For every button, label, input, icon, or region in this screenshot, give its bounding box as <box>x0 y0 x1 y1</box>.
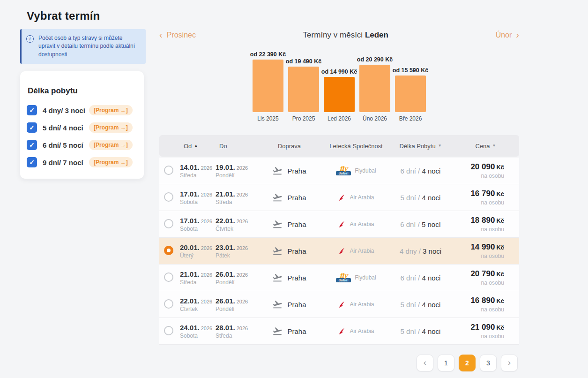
departure-city: Praha <box>287 167 306 175</box>
departure-row-selected[interactable]: 20.01.2026 Úterý 23.01.2026 Pátek Praha … <box>159 238 519 265</box>
to-weekday: Středa <box>216 199 255 205</box>
checkbox-checked-icon[interactable]: ✓ <box>27 122 37 133</box>
page-button-3[interactable]: 3 <box>480 355 497 371</box>
from-date: 20.01. <box>180 243 200 251</box>
to-date: 28.01. <box>216 324 235 332</box>
per-person-label: na osobu <box>452 306 504 313</box>
airline-name: Air Arabia <box>350 328 374 334</box>
to-weekday: Čtvrtek <box>216 226 255 232</box>
duration-nights: 4 noci <box>422 274 440 282</box>
departure-row[interactable]: 22.01.2026 Čtvrtek 26.01.2026 Pondělí Pr… <box>159 291 519 318</box>
prev-month-label: Prosinec <box>167 31 196 39</box>
bar-price-label: od 15 590 Kč <box>393 67 428 74</box>
column-header-delka-pobytu[interactable]: Délka Pobytu ▼ <box>389 143 452 150</box>
select-term-radio[interactable] <box>164 246 173 255</box>
airline-name: Flydubai <box>355 274 376 281</box>
airline-name: Air Arabia <box>350 248 374 254</box>
chart-bar-group: od 15 590 Kč Bře 2026 <box>395 67 426 122</box>
duration-days: 5 dní / <box>401 194 420 202</box>
departure-row[interactable]: 24.01.2026 Sobota 28.01.2026 Středa Prah… <box>159 318 519 345</box>
page-button-2[interactable]: 2 <box>459 355 476 371</box>
filter-option-label: 9 dní/ 7 nocí <box>43 159 89 166</box>
column-header-od[interactable]: Od ▲ <box>180 143 216 150</box>
to-date: 21.01. <box>216 190 235 198</box>
duration-nights: 4 noci <box>422 327 440 335</box>
duration-days: 5 dní / <box>401 327 420 335</box>
from-weekday: Úterý <box>180 252 216 259</box>
air-arabia-logo <box>338 301 346 309</box>
select-term-radio[interactable] <box>164 326 173 335</box>
select-term-radio[interactable] <box>164 299 173 309</box>
month-navigation: ‹ Prosinec Termíny v měsíci Leden Únor › <box>159 28 519 42</box>
to-year: 2026 <box>237 272 248 278</box>
from-weekday: Čtvrtek <box>180 306 216 312</box>
price-currency: Kč <box>496 324 504 331</box>
month-price-bar[interactable] <box>324 77 355 112</box>
to-weekday: Pondělí <box>216 306 255 312</box>
from-weekday: Sobota <box>180 199 216 205</box>
select-term-radio[interactable] <box>164 166 173 175</box>
price-amount: 16 790 <box>470 189 495 198</box>
air-arabia-logo <box>338 327 346 335</box>
program-link-badge[interactable]: [Program →] <box>89 140 133 150</box>
from-weekday: Sobota <box>180 226 216 232</box>
from-weekday: Středa <box>180 279 216 286</box>
month-price-bar[interactable] <box>359 65 390 112</box>
chevron-left-icon: ‹ <box>159 30 163 39</box>
departure-row[interactable]: 17.01.2026 Sobota 21.01.2026 Středa Prah… <box>159 184 519 211</box>
bar-month-label: Pro 2025 <box>292 115 315 122</box>
duration-days: 5 dní / <box>401 301 420 309</box>
price-currency: Kč <box>496 217 504 224</box>
flight-land-icon <box>272 326 283 336</box>
column-header-cena[interactable]: Cena ▼ <box>452 143 519 150</box>
page-button-1[interactable]: 1 <box>438 355 454 371</box>
airline-name: Air Arabia <box>350 221 374 227</box>
to-weekday: Středa <box>216 333 255 339</box>
program-link-badge[interactable]: [Program →] <box>89 157 133 167</box>
bar-price-label: od 22 390 Kč <box>250 51 286 58</box>
departure-row[interactable]: 17.01.2026 Sobota 22.01.2026 Čtvrtek Pra… <box>159 211 519 238</box>
select-term-radio[interactable] <box>164 219 173 228</box>
program-link-badge[interactable]: [Program →] <box>89 122 133 133</box>
chart-bar-group: od 22 390 Kč Lis 2025 <box>253 51 283 122</box>
to-year: 2026 <box>237 219 248 224</box>
month-price-bar[interactable] <box>253 60 283 112</box>
info-icon: i <box>26 35 34 43</box>
select-term-radio[interactable] <box>164 192 173 202</box>
stay-length-filter-card: Délka pobytu ✓ 4 dny/ 3 noci [Program →]… <box>20 71 144 179</box>
next-month-button[interactable]: Únor › <box>496 31 519 39</box>
month-price-bar[interactable] <box>395 76 426 112</box>
flight-land-icon <box>272 299 283 310</box>
checkbox-checked-icon[interactable]: ✓ <box>27 157 37 167</box>
sort-desc-icon: ▼ <box>492 144 496 148</box>
to-date: 19.01. <box>216 163 235 171</box>
bar-month-label: Lis 2025 <box>257 115 278 122</box>
from-year: 2026 <box>201 272 212 278</box>
from-year: 2026 <box>201 299 212 304</box>
program-link-badge[interactable]: [Program →] <box>89 105 133 115</box>
bar-price-label: od 19 490 Kč <box>286 58 321 65</box>
to-date: 26.01. <box>216 297 235 305</box>
flight-land-icon <box>272 272 283 283</box>
from-year: 2026 <box>201 192 212 197</box>
next-page-button[interactable]: › <box>501 355 518 371</box>
sort-asc-icon: ▲ <box>194 144 198 148</box>
month-price-bar[interactable] <box>288 67 319 112</box>
select-term-radio[interactable] <box>164 272 173 282</box>
price-currency: Kč <box>496 271 504 278</box>
per-person-label: na osobu <box>452 333 504 340</box>
column-header-letecka-spolecnost: Letecká Společnost <box>323 143 389 150</box>
air-arabia-logo <box>338 220 346 228</box>
flydubai-logo: flydubai <box>336 166 351 175</box>
to-year: 2026 <box>237 325 248 331</box>
departure-row[interactable]: 14.01.2026 Středa 19.01.2026 Pondělí Pra… <box>159 158 519 184</box>
checkbox-checked-icon[interactable]: ✓ <box>27 140 37 150</box>
prev-month-button[interactable]: ‹ Prosinec <box>159 31 196 39</box>
monthly-price-chart: od 22 390 Kč Lis 2025 od 19 490 Kč Pro 2… <box>159 50 519 122</box>
previous-page-button[interactable]: ‹ <box>417 355 433 371</box>
departure-row[interactable]: 21.01.2026 Středa 26.01.2026 Pondělí Pra… <box>159 265 519 291</box>
checkbox-checked-icon[interactable]: ✓ <box>27 105 37 115</box>
departure-city: Praha <box>287 327 306 335</box>
from-year: 2026 <box>201 325 212 331</box>
duration-days: 6 dní / <box>401 274 420 282</box>
